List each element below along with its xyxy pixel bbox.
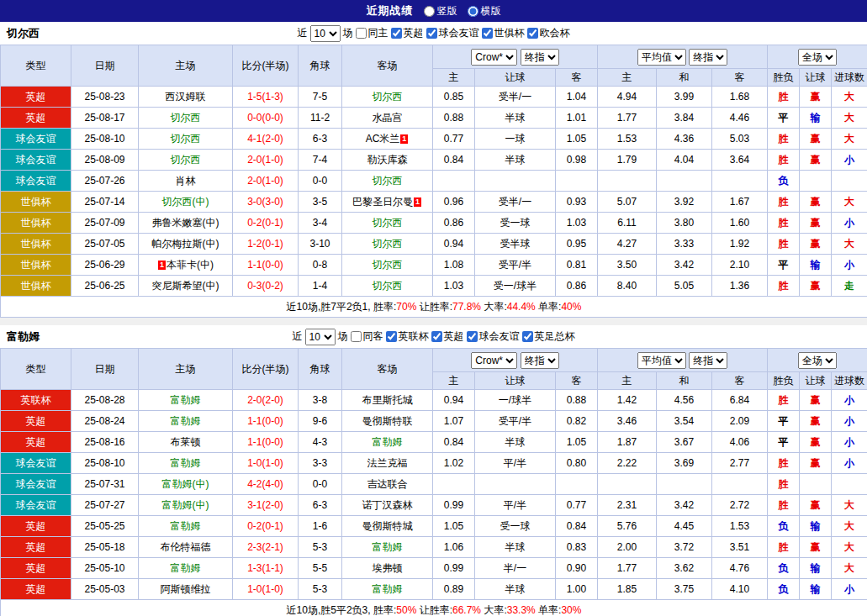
team-link[interactable]: 水晶宫 (373, 112, 403, 124)
score-link[interactable]: 2-3(2-1) (233, 537, 299, 558)
score-link[interactable]: 1-1(0-0) (233, 411, 299, 432)
team-link[interactable]: 富勒姆 (171, 562, 201, 574)
team-link[interactable]: 肖林 (176, 175, 196, 187)
team-link[interactable]: 吉达联合 (367, 478, 408, 490)
league-filter[interactable]: 英超 (391, 26, 424, 40)
league-filter[interactable]: 世俱杯 (482, 26, 525, 40)
score-link[interactable]: 3-0(3-0) (233, 192, 299, 213)
score-link[interactable]: 4-2(4-0) (233, 474, 299, 495)
league-filter[interactable]: 英超 (431, 329, 464, 344)
score-link[interactable]: 1-5(1-3) (233, 87, 299, 108)
team-link[interactable]: 富勒姆 (171, 457, 201, 469)
team-link[interactable]: 埃弗顿 (373, 562, 403, 574)
team-link[interactable]: 富勒姆 (171, 415, 201, 427)
team-link[interactable]: 切尔西 (373, 259, 403, 271)
team-link[interactable]: AC米兰 (366, 133, 400, 145)
team-link[interactable]: 切尔西 (373, 91, 403, 103)
match-row: 英超25-08-17切尔西0-0(0-0)11-2水晶宫0.88半球1.011.… (1, 108, 867, 129)
score-link[interactable]: 1-0(1-0) (233, 453, 299, 474)
score-link[interactable]: 0-2(0-1) (233, 516, 299, 537)
scope-select[interactable]: 全场 (798, 352, 837, 369)
score-link[interactable]: 1-2(0-1) (233, 234, 299, 255)
league-filter[interactable]: 英联杯 (386, 329, 429, 344)
score-link[interactable]: 1-3(1-1) (233, 558, 299, 579)
team-link[interactable]: 富勒姆(中) (162, 478, 209, 490)
venue-filter-checkbox[interactable] (356, 28, 367, 39)
team-link[interactable]: 布里斯托城 (362, 394, 413, 406)
league-filter-checkbox[interactable] (522, 331, 533, 342)
score-link[interactable]: 0-2(0-1) (233, 213, 299, 234)
team-link[interactable]: 阿斯顿维拉 (161, 583, 211, 595)
score-link[interactable]: 2-0(1-0) (233, 171, 299, 192)
score-link[interactable]: 0-3(0-2) (233, 276, 299, 297)
league-filter-checkbox[interactable] (482, 28, 493, 39)
layout-radio-horizontal[interactable] (468, 6, 478, 17)
league-filter[interactable]: 欧会杯 (527, 26, 570, 40)
avg-source-select[interactable]: 平均值 (637, 49, 686, 66)
team-link[interactable]: 法兰克福 (367, 457, 408, 469)
team-link[interactable]: 切尔西 (373, 217, 403, 229)
score-link[interactable]: 2-0(2-0) (233, 390, 299, 411)
avg-draw: 3.92 (657, 192, 712, 213)
layout-option-vertical[interactable]: 竖版 (424, 4, 457, 18)
league-filter-checkbox[interactable] (431, 331, 442, 342)
team-link[interactable]: 富勒姆 (373, 541, 403, 553)
team-link[interactable]: 富勒姆 (373, 583, 403, 595)
handicap-flag: 输 (800, 516, 832, 537)
layout-option-horizontal[interactable]: 横版 (468, 4, 501, 18)
score-link[interactable]: 4-1(2-0) (233, 129, 299, 150)
team-link[interactable]: 切尔西 (373, 238, 403, 250)
team-link[interactable]: 富勒姆 (373, 436, 403, 448)
odds-home: 0.86 (433, 213, 475, 234)
league-filter-checkbox[interactable] (386, 331, 397, 342)
scope-select[interactable]: 全场 (798, 49, 837, 66)
team-link[interactable]: 切尔西 (171, 133, 201, 145)
odds-stage-select[interactable]: 终指 (521, 352, 559, 369)
league-filter[interactable]: 球会友谊 (426, 26, 479, 40)
layout-radio-vertical[interactable] (424, 6, 435, 17)
avg-stage-select[interactable]: 终指 (689, 352, 727, 369)
team-link[interactable]: 突尼斯希望(中) (152, 280, 219, 292)
score-link[interactable]: 0-0(0-0) (233, 108, 299, 129)
league-filter-checkbox[interactable] (426, 28, 437, 39)
team-link[interactable]: 西汉姆联 (166, 91, 206, 103)
score-link[interactable]: 1-0(1-0) (233, 579, 299, 600)
team-link[interactable]: 布莱顿 (171, 436, 201, 448)
score-link[interactable]: 1-1(0-0) (233, 255, 299, 276)
team-link[interactable]: 切尔西 (373, 280, 403, 292)
league-filter-checkbox[interactable] (527, 28, 538, 39)
team-link[interactable]: 勒沃库森 (367, 154, 408, 166)
odds-stage-select[interactable]: 终指 (521, 49, 559, 66)
venue-filter-checkbox[interactable] (351, 331, 362, 342)
venue-filter[interactable]: 同客 (351, 329, 383, 344)
odds-source-select[interactable]: Crow* (471, 352, 517, 369)
league-filter[interactable]: 英足总杯 (522, 329, 575, 344)
score-link[interactable]: 1-1(0-0) (233, 432, 299, 453)
venue-filter[interactable]: 同主 (356, 26, 389, 40)
team-link[interactable]: 曼彻斯特联 (362, 415, 413, 427)
recent-count-select[interactable]: 10 (310, 25, 341, 42)
team-link[interactable]: 富勒姆(中) (162, 499, 209, 511)
league-filter[interactable]: 球会友谊 (467, 329, 520, 344)
team-link[interactable]: 切尔西(中) (162, 196, 209, 208)
team-link[interactable]: 曼彻斯特城 (362, 520, 413, 532)
team-link[interactable]: 本菲卡(中) (167, 259, 214, 271)
avg-source-select[interactable]: 平均值 (637, 352, 686, 369)
league-filter-checkbox[interactable] (391, 28, 402, 39)
team-link[interactable]: 切尔西 (171, 112, 201, 124)
team-link[interactable]: 诺丁汉森林 (362, 499, 413, 511)
league-filter-checkbox[interactable] (467, 331, 478, 342)
team-link[interactable]: 布伦特福德 (161, 541, 211, 553)
team-link[interactable]: 富勒姆 (171, 520, 201, 532)
recent-count-select[interactable]: 10 (305, 329, 336, 345)
team-link[interactable]: 弗鲁米嫩塞(中) (152, 217, 219, 229)
team-link[interactable]: 帕尔梅拉斯(中) (152, 238, 219, 250)
score-link[interactable]: 3-1(2-0) (233, 495, 299, 516)
avg-stage-select[interactable]: 终指 (689, 49, 727, 66)
team-link[interactable]: 富勒姆 (171, 394, 201, 406)
score-link[interactable]: 2-0(1-0) (233, 150, 299, 171)
team-link[interactable]: 切尔西 (373, 175, 403, 187)
odds-source-select[interactable]: Crow* (471, 49, 517, 66)
team-link[interactable]: 切尔西 (171, 154, 201, 166)
team-link[interactable]: 巴黎圣日尔曼 (352, 196, 413, 208)
